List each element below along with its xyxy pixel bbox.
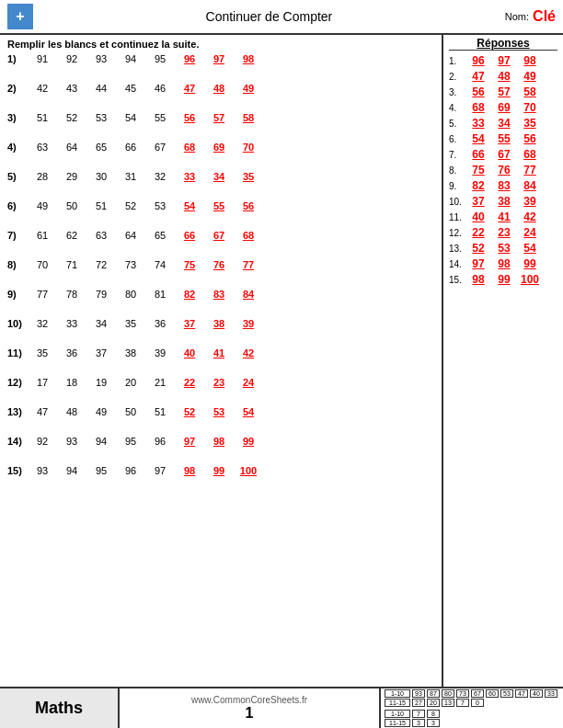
blank-answer[interactable]: 97 [175, 436, 204, 447]
answer-number: 13. [449, 244, 465, 254]
blank-answer[interactable]: 58 [234, 112, 263, 123]
blank-answer[interactable]: 82 [175, 289, 204, 300]
answer-number: 11. [449, 212, 465, 222]
blank-answer[interactable]: 48 [204, 83, 234, 94]
answer-value: 98 [491, 257, 517, 270]
given-number: 32 [145, 171, 175, 182]
blank-answer[interactable]: 38 [204, 318, 234, 329]
blank-answer[interactable]: 35 [234, 171, 263, 182]
blank-answer[interactable]: 70 [234, 142, 263, 153]
blank-answer[interactable]: 76 [204, 259, 234, 270]
given-number: 96 [145, 436, 175, 447]
given-number: 35 [28, 347, 57, 358]
answer-value: 48 [491, 70, 517, 83]
given-number: 93 [57, 436, 86, 447]
blank-answer[interactable]: 77 [234, 259, 263, 270]
problem-row: 9)7778798081828384 [7, 289, 434, 316]
number-sequence: 1718192021222324 [28, 377, 434, 388]
blank-answer[interactable]: 69 [204, 142, 234, 153]
blank-answer[interactable]: 56 [234, 200, 263, 211]
blank-answer[interactable]: 98 [234, 53, 263, 64]
answer-number: 4. [449, 103, 465, 113]
given-number: 49 [86, 406, 116, 417]
problem-number: 4) [7, 142, 28, 153]
blank-answer[interactable]: 68 [175, 142, 204, 153]
problem-number: 3) [7, 112, 28, 123]
blank-answer[interactable]: 98 [204, 436, 234, 447]
answer-value: 38 [491, 195, 517, 208]
blank-answer[interactable]: 98 [175, 465, 204, 476]
answer-value: 100 [517, 273, 543, 286]
blank-answer[interactable]: 49 [234, 83, 263, 94]
blank-answer[interactable]: 57 [204, 112, 234, 123]
number-sequence: 3233343536373839 [28, 318, 434, 329]
problem-row: 15)93949596979899100 [7, 465, 434, 493]
blank-answer[interactable]: 96 [175, 53, 204, 64]
answer-value: 97 [491, 54, 517, 67]
blank-answer[interactable]: 40 [175, 347, 204, 358]
blank-answer[interactable]: 66 [175, 230, 204, 241]
problem-number: 11) [7, 347, 28, 358]
blank-answer[interactable]: 42 [234, 347, 263, 358]
answer-value: 56 [465, 85, 491, 98]
cle-label: Clé [533, 8, 556, 25]
answer-value: 52 [465, 242, 491, 255]
blank-answer[interactable]: 83 [204, 289, 234, 300]
footer: Maths www.CommonCoreSheets.fr 1 1-10 938… [0, 687, 563, 728]
answer-value: 40 [465, 210, 491, 223]
given-number: 53 [86, 112, 116, 123]
blank-answer[interactable]: 100 [234, 465, 263, 476]
blank-answer[interactable]: 34 [204, 171, 234, 182]
answer-value: 35 [517, 117, 543, 130]
answer-row: 8.757677 [449, 164, 557, 176]
problem-number: 14) [7, 436, 28, 447]
blank-answer[interactable]: 23 [204, 377, 234, 388]
given-number: 95 [145, 53, 175, 64]
number-sequence: 9192939495969798 [28, 53, 434, 64]
blank-answer[interactable]: 56 [175, 112, 204, 123]
answer-value: 34 [491, 117, 517, 130]
blank-answer[interactable]: 39 [234, 318, 263, 329]
blank-answer[interactable]: 53 [204, 406, 234, 417]
blank-answer[interactable]: 33 [175, 171, 204, 182]
blank-answer[interactable]: 97 [204, 53, 234, 64]
footer-center: www.CommonCoreSheets.fr 1 [120, 688, 379, 728]
answer-value: 55 [491, 132, 517, 145]
answer-value: 57 [491, 85, 517, 98]
blank-answer[interactable]: 52 [175, 406, 204, 417]
blank-answer[interactable]: 67 [204, 230, 234, 241]
problem-row: 5)2829303132333435 [7, 171, 434, 199]
problem-row: 11)3536373839404142 [7, 347, 434, 375]
blank-answer[interactable]: 75 [175, 259, 204, 270]
given-number: 36 [145, 318, 175, 329]
main-content: Remplir les blancs et continuez la suite… [0, 35, 563, 687]
answer-value: 66 [465, 148, 491, 161]
blank-answer[interactable]: 54 [175, 200, 204, 211]
given-number: 78 [57, 289, 86, 300]
blank-answer[interactable]: 99 [234, 436, 263, 447]
blank-answer[interactable]: 68 [234, 230, 263, 241]
blank-answer[interactable]: 22 [175, 377, 204, 388]
answer-value: 49 [517, 70, 543, 83]
blank-answer[interactable]: 55 [204, 200, 234, 211]
answer-value: 69 [491, 101, 517, 114]
given-number: 47 [28, 406, 57, 417]
answer-value: 41 [491, 210, 517, 223]
number-sequence: 2829303132333435 [28, 171, 434, 182]
blank-answer[interactable]: 99 [204, 465, 234, 476]
given-number: 46 [145, 83, 175, 94]
answer-value: 99 [517, 257, 543, 270]
given-number: 35 [116, 318, 145, 329]
given-number: 67 [145, 142, 175, 153]
blank-answer[interactable]: 54 [234, 406, 263, 417]
answer-row: 5.333435 [449, 117, 557, 130]
blank-answer[interactable]: 84 [234, 289, 263, 300]
blank-answer[interactable]: 41 [204, 347, 234, 358]
answer-value: 96 [465, 54, 491, 67]
blank-answer[interactable]: 47 [175, 83, 204, 94]
given-number: 51 [145, 406, 175, 417]
blank-answer[interactable]: 37 [175, 318, 204, 329]
problem-row: 12)1718192021222324 [7, 377, 434, 404]
problem-row: 1)9192939495969798 [7, 53, 434, 81]
blank-answer[interactable]: 24 [234, 377, 263, 388]
